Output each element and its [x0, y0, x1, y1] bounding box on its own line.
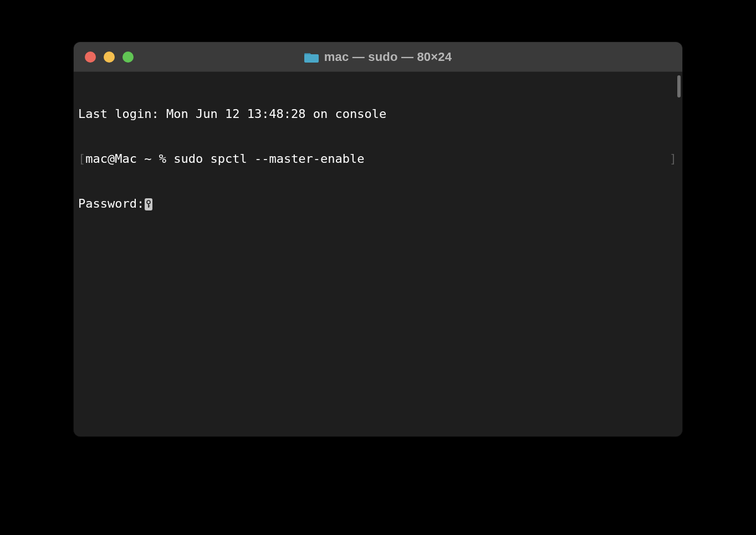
window-title: mac — sudo — 80×24 [324, 50, 452, 64]
prompt-line: [mac@Mac ~ % sudo spctl --master-enable] [78, 151, 679, 166]
folder-icon [304, 51, 319, 63]
terminal-body[interactable]: Last login: Mon Jun 12 13:48:28 on conso… [74, 72, 682, 436]
password-line: Password: [78, 196, 679, 211]
svg-rect-2 [148, 205, 150, 206]
close-button[interactable] [85, 52, 96, 63]
traffic-lights [74, 52, 134, 63]
svg-rect-3 [148, 207, 149, 207]
scrollbar-thumb[interactable] [677, 75, 681, 97]
terminal-window: mac — sudo — 80×24 Last login: Mon Jun 1… [74, 42, 682, 436]
title-bar[interactable]: mac — sudo — 80×24 [74, 42, 682, 72]
prompt-close-bracket: ] [670, 151, 679, 166]
title-center: mac — sudo — 80×24 [74, 50, 682, 64]
minimize-button[interactable] [104, 52, 115, 63]
zoom-button[interactable] [122, 52, 134, 63]
shell-prompt: mac@Mac ~ % [85, 152, 173, 166]
prompt-open-bracket: [ [78, 152, 85, 166]
svg-point-0 [147, 200, 150, 204]
key-icon [145, 198, 152, 210]
password-label: Password: [78, 197, 144, 210]
last-login-line: Last login: Mon Jun 12 13:48:28 on conso… [78, 106, 679, 121]
command-text: sudo spctl --master-enable [173, 152, 364, 166]
